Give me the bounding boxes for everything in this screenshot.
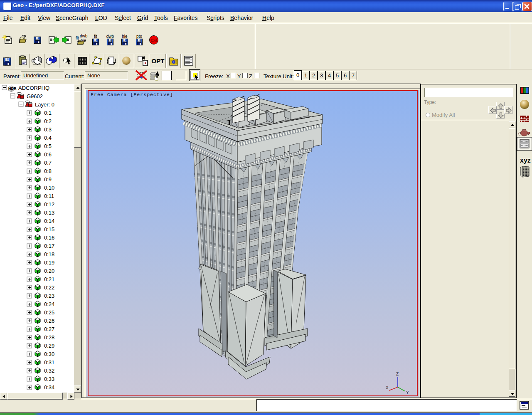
svg-text:dwb: dwb xyxy=(106,34,114,39)
svg-text:Z: Z xyxy=(396,372,399,376)
svg-text:xyz: xyz xyxy=(520,157,531,164)
svg-text:Exit: Exit xyxy=(150,38,157,42)
svg-text:0:16: 0:16 xyxy=(44,235,54,241)
svg-text:X: X xyxy=(386,385,389,390)
svg-text:0:3: 0:3 xyxy=(44,126,52,133)
svg-text:0:25: 0:25 xyxy=(44,309,54,316)
svg-text:0:22: 0:22 xyxy=(44,284,54,291)
svg-text:0:27: 0:27 xyxy=(44,326,54,332)
svg-text:Layer: 0: Layer: 0 xyxy=(35,101,54,108)
svg-text:0:11: 0:11 xyxy=(44,193,54,199)
svg-text:0:30: 0:30 xyxy=(44,351,54,357)
svg-text:0:6: 0:6 xyxy=(44,151,52,158)
svg-text:0:28: 0:28 xyxy=(44,334,54,341)
svg-text:0:19: 0:19 xyxy=(44,259,54,266)
svg-text:0:17: 0:17 xyxy=(44,243,54,249)
svg-text:0:13: 0:13 xyxy=(44,210,54,216)
svg-text:dwb: dwb xyxy=(80,34,88,38)
svg-text:0:12: 0:12 xyxy=(44,201,54,208)
svg-text:0:26: 0:26 xyxy=(44,318,54,324)
svg-text:0:34: 0:34 xyxy=(44,384,54,390)
svg-text:0:21: 0:21 xyxy=(44,276,54,282)
svg-text:flt: flt xyxy=(94,34,97,39)
svg-text:0:20: 0:20 xyxy=(44,268,54,274)
svg-text:0:23: 0:23 xyxy=(44,293,54,299)
svg-text:0:1: 0:1 xyxy=(44,110,52,116)
svg-text:0:2: 0:2 xyxy=(44,118,52,124)
svg-text:0:14: 0:14 xyxy=(44,218,54,224)
svg-text:0:5: 0:5 xyxy=(44,143,52,149)
svg-text:ADCORPHQ: ADCORPHQ xyxy=(18,85,49,91)
svg-text:0:18: 0:18 xyxy=(44,251,54,257)
svg-text:0:8: 0:8 xyxy=(44,168,52,174)
svg-text:0:29: 0:29 xyxy=(44,343,54,349)
svg-text:0:9: 0:9 xyxy=(44,176,52,183)
svg-text:hie: hie xyxy=(122,34,128,39)
svg-text:0:32: 0:32 xyxy=(44,368,54,374)
svg-text:HDR: HDR xyxy=(8,86,17,91)
svg-text:0:24: 0:24 xyxy=(44,301,54,307)
svg-text:flt: flt xyxy=(76,36,79,40)
svg-text:pto: pto xyxy=(136,34,142,39)
svg-text:0:10: 0:10 xyxy=(44,185,54,191)
svg-text:0:7: 0:7 xyxy=(44,160,52,166)
svg-text:0:31: 0:31 xyxy=(44,359,54,366)
svg-text:OPT: OPT xyxy=(152,57,165,64)
svg-text:G9602: G9602 xyxy=(27,93,43,99)
svg-text:0:4: 0:4 xyxy=(44,135,52,141)
svg-text:0:33: 0:33 xyxy=(44,376,54,382)
svg-text:Y: Y xyxy=(406,390,409,395)
svg-text:0:15: 0:15 xyxy=(44,226,54,232)
